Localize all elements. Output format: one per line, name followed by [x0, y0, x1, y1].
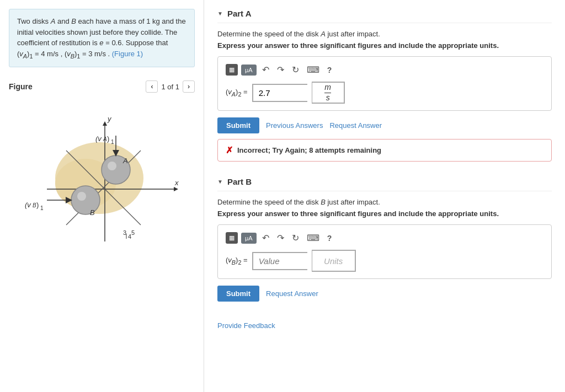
part-a-title: Part A: [227, 9, 252, 18]
grid-icon-b: ▦: [229, 234, 234, 241]
part-a-toolbar: ▦ μΑ ↶ ↷ ↻ ⌨ ?: [226, 63, 543, 76]
svg-text:1: 1: [40, 205, 44, 211]
figure-svg: A B (v A ) 1: [14, 98, 190, 241]
problem-statement: Two disks A and B each have a mass of 1 …: [9, 9, 195, 67]
figure-canvas: A B (v A ) 1: [14, 98, 190, 241]
part-b-title: Part B: [227, 177, 252, 186]
svg-marker-3: [174, 187, 178, 191]
part-b-action-row: Submit Request Answer: [217, 286, 552, 302]
part-a-previous-answers-link[interactable]: Previous Answers: [266, 121, 323, 130]
svg-point-11: [77, 192, 86, 201]
mu-button-a[interactable]: μΑ: [241, 65, 257, 76]
part-a-instruction: Express your answer to three significant…: [217, 41, 552, 50]
figure-nav: ‹ 1 of 1 ›: [146, 80, 195, 93]
svg-text:): ): [107, 135, 109, 143]
part-b-input-label: (vB)2 =: [226, 256, 248, 266]
grid-button-a[interactable]: ▦: [226, 64, 238, 76]
redo-button-b[interactable]: ↷: [275, 232, 286, 244]
part-b-toolbar: ▦ μΑ ↶ ↷ ↻ ⌨ ?: [226, 232, 543, 244]
svg-text:): ): [36, 201, 39, 209]
help-button-a[interactable]: ?: [325, 65, 334, 76]
grid-icon-a: ▦: [229, 66, 234, 73]
part-b-section: ▼ Part B Determine the speed of the disk…: [217, 177, 552, 302]
part-a-action-row: Submit Previous Answers Request Answer: [217, 117, 552, 133]
part-b-answer-box: ▦ μΑ ↶ ↷ ↻ ⌨ ? (vB)2 =: [217, 224, 552, 279]
part-a-answer-box: ▦ μΑ ↶ ↷ ↻ ⌨ ? (vA)2 =: [217, 56, 552, 111]
mu-label-a: μΑ: [245, 67, 253, 73]
vB-label: (v: [25, 201, 31, 209]
part-a-header: ▼ Part A: [217, 9, 552, 23]
part-b-description: Determine the speed of the disk B just a…: [217, 198, 552, 206]
keyboard-button-b[interactable]: ⌨: [305, 232, 322, 244]
grid-button-b[interactable]: ▦: [226, 232, 238, 244]
figure-link[interactable]: (Figure 1): [112, 50, 143, 58]
part-a-units-display: m s: [312, 82, 345, 104]
angle-label-5: 5: [131, 229, 135, 236]
redo-button-a[interactable]: ↷: [275, 63, 286, 76]
part-b-header: ▼ Part B: [217, 177, 552, 191]
mu-label-b: μΑ: [245, 235, 253, 241]
vA-label: (v: [95, 135, 102, 143]
refresh-button-b[interactable]: ↻: [290, 232, 301, 244]
part-a-input-row: (vA)2 = m s: [226, 82, 543, 104]
undo-button-b[interactable]: ↶: [260, 232, 271, 244]
refresh-button-a[interactable]: ↻: [290, 63, 301, 76]
part-a-error-box: ✗ Incorrect; Try Again; 8 attempts remai…: [217, 139, 552, 162]
figure-section: Figure ‹ 1 of 1 ›: [9, 80, 195, 383]
problem-text: Two disks A and B each have a mass of 1 …: [17, 17, 186, 58]
part-a-section: ▼ Part A Determine the speed of the disk…: [217, 9, 552, 162]
x-axis-label: x: [174, 179, 179, 187]
keyboard-button-a[interactable]: ⌨: [305, 63, 322, 76]
svg-text:A: A: [103, 136, 107, 142]
mu-button-b[interactable]: μΑ: [241, 233, 257, 244]
part-b-submit-button[interactable]: Submit: [217, 286, 259, 302]
part-b-collapse-icon[interactable]: ▼: [217, 179, 223, 185]
part-b-input-row: (vB)2 = Units: [226, 250, 543, 272]
part-a-unit-numerator: m: [324, 83, 331, 93]
angle-label-3: 3: [123, 229, 126, 236]
svg-text:B: B: [33, 202, 36, 208]
disk-A-label: A: [51, 17, 56, 25]
svg-marker-5: [103, 121, 107, 126]
svg-point-10: [71, 186, 100, 214]
part-a-description: Determine the speed of the disk A just a…: [217, 30, 552, 38]
figure-prev-button[interactable]: ‹: [146, 80, 158, 93]
part-a-error-text: Incorrect; Try Again; 8 attempts remaini…: [237, 146, 381, 154]
part-a-request-answer-link[interactable]: Request Answer: [329, 121, 382, 130]
provide-feedback-link[interactable]: Provide Feedback: [217, 321, 275, 330]
part-b-value-input[interactable]: [252, 252, 307, 270]
undo-button-a[interactable]: ↶: [260, 63, 271, 76]
svg-point-9: [108, 162, 116, 170]
y-axis-label: y: [107, 115, 112, 123]
figure-page-label: 1 of 1: [161, 83, 179, 91]
right-panel: ▼ Part A Determine the speed of the disk…: [204, 0, 565, 392]
part-a-submit-button[interactable]: Submit: [217, 117, 259, 133]
part-a-input-label: (vA)2 =: [226, 88, 248, 98]
part-b-units-placeholder: Units: [324, 256, 343, 266]
disk-B-fig-label: B: [90, 208, 95, 217]
error-icon-a: ✗: [226, 145, 233, 155]
part-b-units-input[interactable]: Units: [312, 250, 356, 272]
figure-header: Figure ‹ 1 of 1 ›: [9, 80, 195, 93]
help-button-b[interactable]: ?: [325, 233, 334, 244]
svg-text:1: 1: [111, 139, 114, 145]
disk-B-label: B: [71, 17, 76, 25]
part-a-unit-denominator: s: [326, 93, 330, 103]
disk-A-fig-label: A: [122, 157, 128, 165]
part-b-request-answer-link[interactable]: Request Answer: [266, 289, 318, 298]
part-b-instruction: Express your answer to three significant…: [217, 210, 552, 218]
figure-title: Figure: [9, 82, 33, 91]
figure-next-button[interactable]: ›: [183, 80, 195, 93]
part-a-value-input[interactable]: [252, 84, 307, 102]
part-a-collapse-icon[interactable]: ▼: [217, 10, 223, 17]
